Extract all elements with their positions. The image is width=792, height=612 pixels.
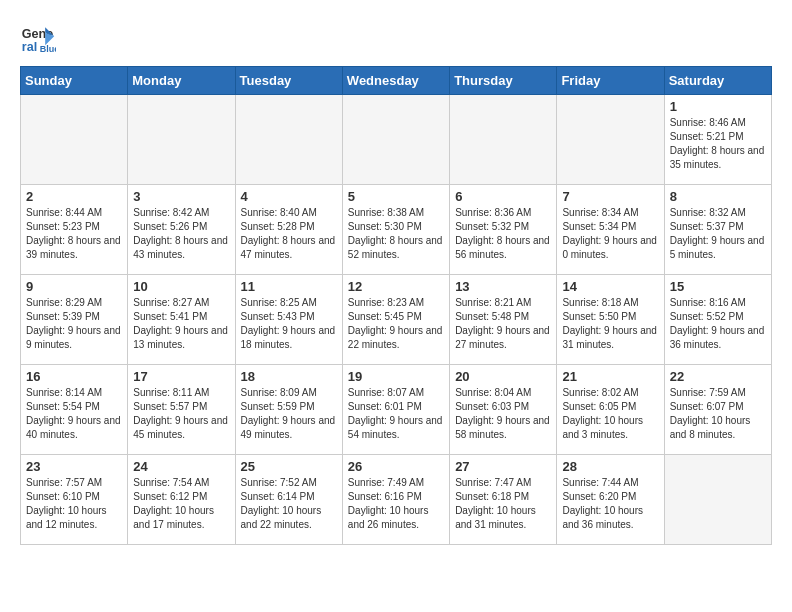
day-info: Sunrise: 8:44 AM Sunset: 5:23 PM Dayligh…	[26, 206, 122, 262]
day-number: 20	[455, 369, 551, 384]
day-info: Sunrise: 8:23 AM Sunset: 5:45 PM Dayligh…	[348, 296, 444, 352]
calendar-cell: 20Sunrise: 8:04 AM Sunset: 6:03 PM Dayli…	[450, 365, 557, 455]
weekday-header-thursday: Thursday	[450, 67, 557, 95]
calendar-cell	[557, 95, 664, 185]
day-number: 1	[670, 99, 766, 114]
day-number: 16	[26, 369, 122, 384]
calendar-cell: 22Sunrise: 7:59 AM Sunset: 6:07 PM Dayli…	[664, 365, 771, 455]
day-info: Sunrise: 8:14 AM Sunset: 5:54 PM Dayligh…	[26, 386, 122, 442]
calendar-cell	[21, 95, 128, 185]
calendar-cell: 3Sunrise: 8:42 AM Sunset: 5:26 PM Daylig…	[128, 185, 235, 275]
weekday-header-tuesday: Tuesday	[235, 67, 342, 95]
day-info: Sunrise: 8:21 AM Sunset: 5:48 PM Dayligh…	[455, 296, 551, 352]
calendar-cell: 2Sunrise: 8:44 AM Sunset: 5:23 PM Daylig…	[21, 185, 128, 275]
week-row-5: 23Sunrise: 7:57 AM Sunset: 6:10 PM Dayli…	[21, 455, 772, 545]
day-number: 25	[241, 459, 337, 474]
calendar-cell	[235, 95, 342, 185]
day-info: Sunrise: 8:04 AM Sunset: 6:03 PM Dayligh…	[455, 386, 551, 442]
svg-text:ral: ral	[22, 40, 37, 54]
day-number: 3	[133, 189, 229, 204]
calendar-cell: 8Sunrise: 8:32 AM Sunset: 5:37 PM Daylig…	[664, 185, 771, 275]
day-info: Sunrise: 7:57 AM Sunset: 6:10 PM Dayligh…	[26, 476, 122, 532]
calendar-cell: 9Sunrise: 8:29 AM Sunset: 5:39 PM Daylig…	[21, 275, 128, 365]
day-number: 17	[133, 369, 229, 384]
day-number: 11	[241, 279, 337, 294]
calendar-cell: 14Sunrise: 8:18 AM Sunset: 5:50 PM Dayli…	[557, 275, 664, 365]
day-info: Sunrise: 7:54 AM Sunset: 6:12 PM Dayligh…	[133, 476, 229, 532]
day-info: Sunrise: 8:36 AM Sunset: 5:32 PM Dayligh…	[455, 206, 551, 262]
calendar-cell: 16Sunrise: 8:14 AM Sunset: 5:54 PM Dayli…	[21, 365, 128, 455]
logo-icon: Gene ral Blue	[20, 20, 56, 56]
day-info: Sunrise: 8:11 AM Sunset: 5:57 PM Dayligh…	[133, 386, 229, 442]
day-number: 14	[562, 279, 658, 294]
calendar-cell: 24Sunrise: 7:54 AM Sunset: 6:12 PM Dayli…	[128, 455, 235, 545]
calendar-body: 1Sunrise: 8:46 AM Sunset: 5:21 PM Daylig…	[21, 95, 772, 545]
day-number: 8	[670, 189, 766, 204]
day-info: Sunrise: 7:44 AM Sunset: 6:20 PM Dayligh…	[562, 476, 658, 532]
day-number: 15	[670, 279, 766, 294]
day-info: Sunrise: 7:59 AM Sunset: 6:07 PM Dayligh…	[670, 386, 766, 442]
calendar-table: SundayMondayTuesdayWednesdayThursdayFrid…	[20, 66, 772, 545]
calendar-cell: 18Sunrise: 8:09 AM Sunset: 5:59 PM Dayli…	[235, 365, 342, 455]
day-number: 26	[348, 459, 444, 474]
calendar-cell: 26Sunrise: 7:49 AM Sunset: 6:16 PM Dayli…	[342, 455, 449, 545]
day-info: Sunrise: 8:32 AM Sunset: 5:37 PM Dayligh…	[670, 206, 766, 262]
calendar-cell	[664, 455, 771, 545]
calendar-cell	[450, 95, 557, 185]
week-row-1: 1Sunrise: 8:46 AM Sunset: 5:21 PM Daylig…	[21, 95, 772, 185]
calendar-header: SundayMondayTuesdayWednesdayThursdayFrid…	[21, 67, 772, 95]
day-number: 22	[670, 369, 766, 384]
calendar-cell	[342, 95, 449, 185]
day-number: 24	[133, 459, 229, 474]
day-info: Sunrise: 7:47 AM Sunset: 6:18 PM Dayligh…	[455, 476, 551, 532]
logo: Gene ral Blue	[20, 20, 62, 56]
day-info: Sunrise: 8:02 AM Sunset: 6:05 PM Dayligh…	[562, 386, 658, 442]
day-info: Sunrise: 8:09 AM Sunset: 5:59 PM Dayligh…	[241, 386, 337, 442]
day-info: Sunrise: 8:27 AM Sunset: 5:41 PM Dayligh…	[133, 296, 229, 352]
calendar-cell: 10Sunrise: 8:27 AM Sunset: 5:41 PM Dayli…	[128, 275, 235, 365]
calendar-cell: 1Sunrise: 8:46 AM Sunset: 5:21 PM Daylig…	[664, 95, 771, 185]
weekday-header-sunday: Sunday	[21, 67, 128, 95]
day-number: 21	[562, 369, 658, 384]
calendar-cell: 11Sunrise: 8:25 AM Sunset: 5:43 PM Dayli…	[235, 275, 342, 365]
weekday-header-friday: Friday	[557, 67, 664, 95]
day-number: 7	[562, 189, 658, 204]
day-info: Sunrise: 8:34 AM Sunset: 5:34 PM Dayligh…	[562, 206, 658, 262]
calendar-cell: 5Sunrise: 8:38 AM Sunset: 5:30 PM Daylig…	[342, 185, 449, 275]
day-info: Sunrise: 8:16 AM Sunset: 5:52 PM Dayligh…	[670, 296, 766, 352]
day-info: Sunrise: 8:38 AM Sunset: 5:30 PM Dayligh…	[348, 206, 444, 262]
calendar-cell	[128, 95, 235, 185]
svg-text:Blue: Blue	[40, 44, 56, 54]
day-info: Sunrise: 8:46 AM Sunset: 5:21 PM Dayligh…	[670, 116, 766, 172]
week-row-4: 16Sunrise: 8:14 AM Sunset: 5:54 PM Dayli…	[21, 365, 772, 455]
day-number: 28	[562, 459, 658, 474]
week-row-2: 2Sunrise: 8:44 AM Sunset: 5:23 PM Daylig…	[21, 185, 772, 275]
day-number: 19	[348, 369, 444, 384]
calendar-cell: 27Sunrise: 7:47 AM Sunset: 6:18 PM Dayli…	[450, 455, 557, 545]
day-number: 5	[348, 189, 444, 204]
calendar-cell: 21Sunrise: 8:02 AM Sunset: 6:05 PM Dayli…	[557, 365, 664, 455]
calendar-cell: 12Sunrise: 8:23 AM Sunset: 5:45 PM Dayli…	[342, 275, 449, 365]
day-info: Sunrise: 8:25 AM Sunset: 5:43 PM Dayligh…	[241, 296, 337, 352]
day-number: 10	[133, 279, 229, 294]
week-row-3: 9Sunrise: 8:29 AM Sunset: 5:39 PM Daylig…	[21, 275, 772, 365]
calendar-cell: 6Sunrise: 8:36 AM Sunset: 5:32 PM Daylig…	[450, 185, 557, 275]
day-number: 23	[26, 459, 122, 474]
calendar-cell: 7Sunrise: 8:34 AM Sunset: 5:34 PM Daylig…	[557, 185, 664, 275]
calendar-cell: 17Sunrise: 8:11 AM Sunset: 5:57 PM Dayli…	[128, 365, 235, 455]
day-number: 13	[455, 279, 551, 294]
calendar-cell: 4Sunrise: 8:40 AM Sunset: 5:28 PM Daylig…	[235, 185, 342, 275]
day-number: 4	[241, 189, 337, 204]
day-number: 6	[455, 189, 551, 204]
calendar-cell: 19Sunrise: 8:07 AM Sunset: 6:01 PM Dayli…	[342, 365, 449, 455]
day-number: 12	[348, 279, 444, 294]
day-info: Sunrise: 7:49 AM Sunset: 6:16 PM Dayligh…	[348, 476, 444, 532]
day-info: Sunrise: 8:07 AM Sunset: 6:01 PM Dayligh…	[348, 386, 444, 442]
day-number: 9	[26, 279, 122, 294]
calendar-cell: 25Sunrise: 7:52 AM Sunset: 6:14 PM Dayli…	[235, 455, 342, 545]
calendar-cell: 15Sunrise: 8:16 AM Sunset: 5:52 PM Dayli…	[664, 275, 771, 365]
day-info: Sunrise: 8:40 AM Sunset: 5:28 PM Dayligh…	[241, 206, 337, 262]
calendar-cell: 13Sunrise: 8:21 AM Sunset: 5:48 PM Dayli…	[450, 275, 557, 365]
weekday-header-saturday: Saturday	[664, 67, 771, 95]
day-number: 2	[26, 189, 122, 204]
